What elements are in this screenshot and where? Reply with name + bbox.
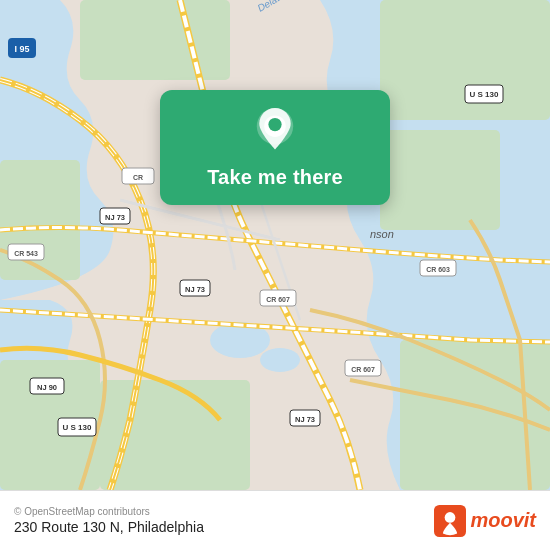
svg-point-38 bbox=[268, 118, 281, 131]
moovit-wordmark: moovit bbox=[470, 509, 536, 532]
svg-text:CR: CR bbox=[133, 174, 143, 181]
address-label: 230 Route 130 N, Philadelphia bbox=[14, 519, 434, 535]
map-background: I 95 U S 130 U S 130 NJ 90 NJ 73 NJ 73 N… bbox=[0, 0, 550, 490]
svg-text:NJ 73: NJ 73 bbox=[105, 213, 125, 222]
location-pin-icon bbox=[251, 108, 299, 156]
svg-text:CR 607: CR 607 bbox=[351, 366, 375, 373]
svg-text:I 95: I 95 bbox=[14, 44, 29, 54]
svg-text:NJ 73: NJ 73 bbox=[185, 285, 205, 294]
map-container: I 95 U S 130 U S 130 NJ 90 NJ 73 NJ 73 N… bbox=[0, 0, 550, 490]
svg-text:nson: nson bbox=[370, 228, 394, 240]
cta-button-label: Take me there bbox=[207, 166, 343, 189]
moovit-icon bbox=[434, 505, 466, 537]
svg-point-40 bbox=[445, 512, 456, 523]
osm-credit: © OpenStreetMap contributors bbox=[14, 506, 434, 517]
svg-text:CR 603: CR 603 bbox=[426, 266, 450, 273]
svg-rect-5 bbox=[380, 130, 500, 230]
cta-card[interactable]: Take me there bbox=[160, 90, 390, 205]
svg-point-2 bbox=[260, 348, 300, 372]
svg-text:NJ 73: NJ 73 bbox=[295, 415, 315, 424]
svg-rect-6 bbox=[0, 160, 80, 280]
svg-rect-3 bbox=[80, 0, 230, 80]
svg-text:CR 543: CR 543 bbox=[14, 250, 38, 257]
svg-text:CR 607: CR 607 bbox=[266, 296, 290, 303]
svg-text:U S 130: U S 130 bbox=[63, 423, 92, 432]
svg-rect-8 bbox=[100, 380, 250, 490]
bottom-bar: © OpenStreetMap contributors 230 Route 1… bbox=[0, 490, 550, 550]
moovit-logo: moovit bbox=[434, 505, 536, 537]
svg-text:U S 130: U S 130 bbox=[470, 90, 499, 99]
svg-text:NJ 90: NJ 90 bbox=[37, 383, 57, 392]
